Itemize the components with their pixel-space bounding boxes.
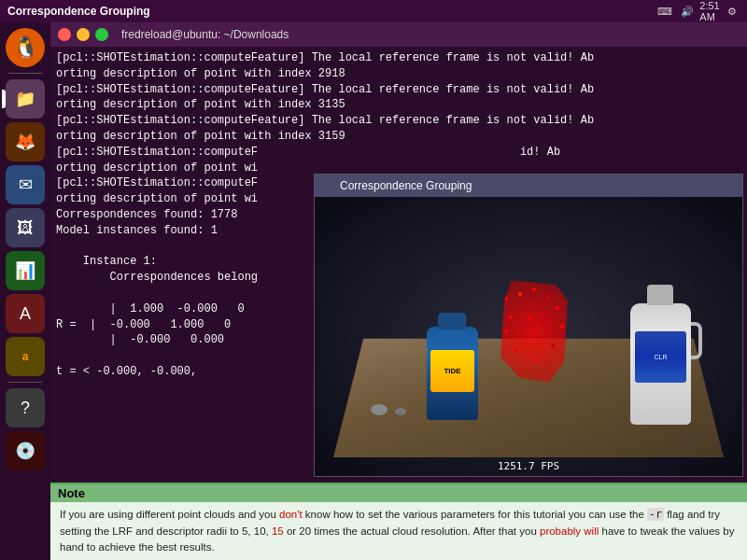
terminal-line-3b: orting description of point with index 3… [56,129,741,145]
mail-icon: ✉ [19,175,33,195]
sidebar-item-photos[interactable]: 🖼 [6,208,45,247]
dvd-icon: 💿 [15,441,35,461]
ubuntu-logo: 🐧 [13,35,38,60]
rock-2 [395,408,406,415]
code-r-flag: -r [647,508,664,521]
note-header: Note [50,484,747,502]
sidebar-item-text[interactable]: A [6,294,45,333]
terminal-close-button[interactable] [58,28,71,41]
highlight-15: 15 [272,525,284,537]
small-objects [371,404,406,415]
sidebar-item-dvd[interactable]: 💿 [6,431,45,470]
terminal-line-2b: orting description of point with index 3… [56,97,741,113]
photo-icon: 🖼 [17,218,34,238]
fps-counter: 1251.7 FPS [498,460,559,472]
popup-title: Correspondence Grouping [340,179,472,192]
sidebar-separator [8,73,42,74]
time-display: 2:51 AM [702,4,717,19]
amazon-icon: a [22,350,29,363]
terminal-line-4: [pcl::SHOTEstimation::computeFxxxxxxxxxx… [56,145,741,161]
terminal-line-3: [pcl::SHOTEstimation::computeFeature] Th… [56,113,741,129]
terminal-minimize-button[interactable] [77,28,90,41]
terminal-titlebar: fredreload@ubuntu: ~/Downloads [50,22,747,47]
sidebar-item-files[interactable]: 📁 [6,79,45,119]
keyboard-icon[interactable]: ⌨ [657,4,672,19]
highlight-probably: probably [540,525,581,537]
sidebar-item-ubuntu[interactable]: 🐧 [6,28,45,67]
taskbar-right: ⌨ 🔊 2:51 AM ⚙ [657,4,740,19]
files-icon: 📁 [15,89,35,109]
sidebar: 🐧 📁 🦊 ✉ 🖼 📊 A a ? 💿 [0,22,50,560]
text-icon: A [20,304,31,324]
popup-titlebar: Correspondence Grouping [315,175,742,197]
blue-bottle-label: TIDE [430,350,474,392]
popup-body: TIDE CLR [315,197,742,476]
terminal-maximize-button[interactable] [95,28,108,41]
terminal-title: fredreload@ubuntu: ~/Downloads [121,28,289,41]
highlight-dont: don't [279,509,303,520]
note-body: If you are using different point clouds … [50,502,747,560]
red-object-highlighted [497,280,571,383]
blue-bottle: TIDE [427,327,478,420]
browser-icon: 🦊 [15,132,35,152]
taskbar-title: Correspondence Grouping [7,5,150,18]
sidebar-item-amazon[interactable]: a [6,337,45,376]
volume-icon[interactable]: 🔊 [680,4,695,19]
terminal-line-1: [pcl::SHOTEstimation::computeFeature] Th… [56,50,741,66]
bottle-handle [691,322,702,359]
sidebar-item-mail[interactable]: ✉ [6,165,45,204]
red-point-cloud [497,280,571,383]
main-area: fredreload@ubuntu: ~/Downloads [pcl::SHO… [50,22,747,560]
rock-1 [371,404,388,415]
terminal-line-2: [pcl::SHOTEstimation::computeFeature] Th… [56,82,741,98]
sidebar-separator2 [8,382,42,383]
sidebar-item-browser[interactable]: 🦊 [6,122,45,161]
note-section: Note If you are using different point cl… [50,483,747,560]
settings-icon[interactable]: ⚙ [725,4,740,19]
help-icon: ? [21,399,30,418]
spreadsheet-icon: 📊 [15,260,35,281]
white-bottle: CLR [630,303,691,425]
taskbar: Correspondence Grouping ⌨ 🔊 2:51 AM ⚙ [0,0,747,22]
white-bottle-label: CLR [635,331,686,383]
sidebar-item-help[interactable]: ? [6,388,45,427]
3d-scene[interactable]: TIDE CLR [315,197,742,476]
highlight-will: will [584,525,599,537]
sidebar-item-spreadsheet[interactable]: 📊 [6,251,45,290]
terminal-line-1b: orting description of point with index 2… [56,66,741,82]
popup-window: Correspondence Grouping TIDE [314,174,743,477]
